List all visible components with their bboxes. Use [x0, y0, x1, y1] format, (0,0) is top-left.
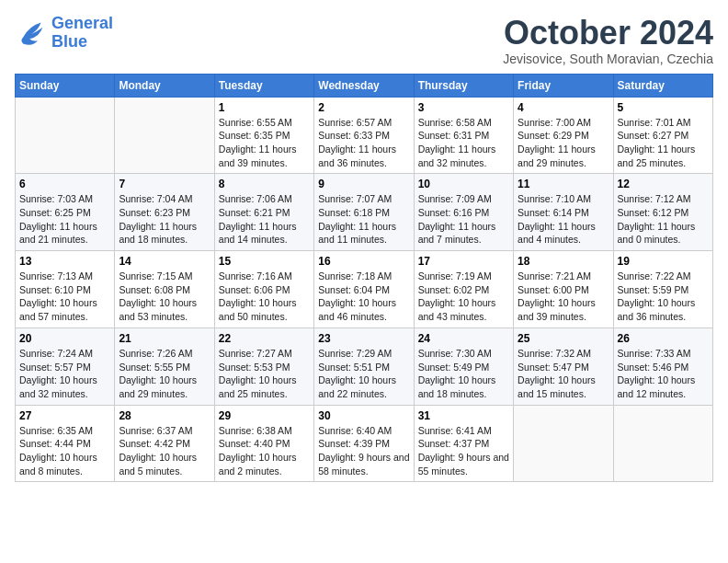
day-info: Sunrise: 7:00 AM Sunset: 6:29 PM Dayligh… — [518, 116, 609, 170]
day-info: Sunrise: 7:27 AM Sunset: 5:53 PM Dayligh… — [219, 347, 310, 401]
day-info: Sunrise: 7:30 AM Sunset: 5:49 PM Dayligh… — [418, 347, 509, 401]
calendar-cell: 9Sunrise: 7:07 AM Sunset: 6:18 PM Daylig… — [314, 174, 414, 251]
day-number: 2 — [318, 101, 409, 114]
calendar-table: SundayMondayTuesdayWednesdayThursdayFrid… — [15, 74, 713, 483]
calendar-cell: 11Sunrise: 7:10 AM Sunset: 6:14 PM Dayli… — [514, 174, 613, 251]
calendar-cell: 13Sunrise: 7:13 AM Sunset: 6:10 PM Dayli… — [16, 251, 115, 328]
calendar-cell: 21Sunrise: 7:26 AM Sunset: 5:55 PM Dayli… — [115, 327, 214, 405]
calendar-cell: 3Sunrise: 6:58 AM Sunset: 6:31 PM Daylig… — [414, 97, 513, 174]
logo-text: General Blue — [51, 15, 113, 52]
day-number: 1 — [219, 101, 310, 114]
day-info: Sunrise: 7:22 AM Sunset: 5:59 PM Dayligh… — [618, 270, 709, 324]
day-info: Sunrise: 6:57 AM Sunset: 6:33 PM Dayligh… — [318, 116, 409, 170]
logo: General Blue — [15, 15, 113, 52]
day-info: Sunrise: 7:33 AM Sunset: 5:46 PM Dayligh… — [618, 347, 709, 401]
day-info: Sunrise: 7:01 AM Sunset: 6:27 PM Dayligh… — [618, 116, 709, 170]
day-number: 26 — [618, 332, 709, 345]
calendar-cell — [115, 97, 214, 174]
day-number: 25 — [518, 332, 609, 345]
calendar-cell: 27Sunrise: 6:35 AM Sunset: 4:44 PM Dayli… — [16, 405, 115, 482]
day-number: 24 — [418, 332, 509, 345]
calendar-cell: 22Sunrise: 7:27 AM Sunset: 5:53 PM Dayli… — [214, 327, 313, 405]
day-info: Sunrise: 6:35 AM Sunset: 4:44 PM Dayligh… — [19, 424, 110, 478]
weekday-header: Monday — [115, 74, 214, 97]
day-number: 28 — [119, 409, 210, 422]
day-number: 14 — [119, 255, 210, 268]
weekday-header: Thursday — [414, 74, 513, 97]
weekday-header-row: SundayMondayTuesdayWednesdayThursdayFrid… — [16, 74, 713, 97]
calendar-cell: 4Sunrise: 7:00 AM Sunset: 6:29 PM Daylig… — [514, 97, 613, 174]
title-area: October 2024 Jevisovice, South Moravian,… — [503, 15, 713, 66]
day-number: 19 — [618, 255, 709, 268]
logo-line1: General — [51, 14, 113, 32]
calendar-week-row: 1Sunrise: 6:55 AM Sunset: 6:35 PM Daylig… — [16, 97, 713, 174]
day-number: 6 — [19, 178, 110, 190]
day-number: 12 — [618, 178, 709, 190]
calendar-cell: 19Sunrise: 7:22 AM Sunset: 5:59 PM Dayli… — [613, 251, 712, 328]
day-number: 20 — [19, 332, 110, 345]
logo-line2: Blue — [51, 33, 113, 52]
day-number: 4 — [518, 101, 609, 114]
day-info: Sunrise: 6:55 AM Sunset: 6:35 PM Dayligh… — [219, 116, 310, 170]
calendar-week-row: 13Sunrise: 7:13 AM Sunset: 6:10 PM Dayli… — [16, 251, 713, 328]
calendar-cell: 2Sunrise: 6:57 AM Sunset: 6:33 PM Daylig… — [314, 97, 414, 174]
day-info: Sunrise: 6:38 AM Sunset: 4:40 PM Dayligh… — [219, 424, 310, 478]
day-number: 11 — [518, 178, 609, 190]
month-title: October 2024 — [503, 15, 713, 52]
calendar-cell: 10Sunrise: 7:09 AM Sunset: 6:16 PM Dayli… — [414, 174, 513, 251]
calendar-cell: 29Sunrise: 6:38 AM Sunset: 4:40 PM Dayli… — [214, 405, 313, 482]
calendar-cell: 26Sunrise: 7:33 AM Sunset: 5:46 PM Dayli… — [613, 327, 712, 405]
day-number: 3 — [418, 101, 509, 114]
day-info: Sunrise: 7:06 AM Sunset: 6:21 PM Dayligh… — [219, 192, 310, 247]
day-number: 23 — [318, 332, 409, 345]
calendar-cell: 30Sunrise: 6:40 AM Sunset: 4:39 PM Dayli… — [314, 405, 414, 482]
day-number: 17 — [418, 255, 509, 268]
day-number: 13 — [19, 255, 110, 268]
calendar-cell — [514, 405, 613, 482]
day-number: 7 — [119, 178, 210, 190]
day-number: 29 — [219, 409, 310, 422]
calendar-cell: 20Sunrise: 7:24 AM Sunset: 5:57 PM Dayli… — [16, 327, 115, 405]
calendar-cell: 12Sunrise: 7:12 AM Sunset: 6:12 PM Dayli… — [613, 174, 712, 251]
calendar-cell: 8Sunrise: 7:06 AM Sunset: 6:21 PM Daylig… — [214, 174, 313, 251]
calendar-week-row: 6Sunrise: 7:03 AM Sunset: 6:25 PM Daylig… — [16, 174, 713, 251]
location: Jevisovice, South Moravian, Czechia — [503, 52, 713, 66]
day-number: 30 — [318, 409, 409, 422]
day-number: 22 — [219, 332, 310, 345]
day-info: Sunrise: 7:26 AM Sunset: 5:55 PM Dayligh… — [119, 347, 210, 401]
day-number: 18 — [518, 255, 609, 268]
calendar-cell: 28Sunrise: 6:37 AM Sunset: 4:42 PM Dayli… — [115, 405, 214, 482]
day-info: Sunrise: 7:24 AM Sunset: 5:57 PM Dayligh… — [19, 347, 110, 401]
day-info: Sunrise: 7:19 AM Sunset: 6:02 PM Dayligh… — [418, 270, 509, 324]
day-number: 16 — [318, 255, 409, 268]
day-info: Sunrise: 7:18 AM Sunset: 6:04 PM Dayligh… — [318, 270, 409, 324]
calendar-week-row: 20Sunrise: 7:24 AM Sunset: 5:57 PM Dayli… — [16, 327, 713, 405]
day-number: 27 — [19, 409, 110, 422]
day-info: Sunrise: 6:58 AM Sunset: 6:31 PM Dayligh… — [418, 116, 509, 170]
day-number: 31 — [418, 409, 509, 422]
day-info: Sunrise: 7:21 AM Sunset: 6:00 PM Dayligh… — [518, 270, 609, 324]
day-info: Sunrise: 7:09 AM Sunset: 6:16 PM Dayligh… — [418, 192, 509, 247]
day-info: Sunrise: 6:37 AM Sunset: 4:42 PM Dayligh… — [119, 424, 210, 478]
calendar-cell: 23Sunrise: 7:29 AM Sunset: 5:51 PM Dayli… — [314, 327, 414, 405]
weekday-header: Tuesday — [214, 74, 313, 97]
day-info: Sunrise: 7:07 AM Sunset: 6:18 PM Dayligh… — [318, 192, 409, 247]
weekday-header: Saturday — [613, 74, 712, 97]
calendar-cell: 6Sunrise: 7:03 AM Sunset: 6:25 PM Daylig… — [16, 174, 115, 251]
day-info: Sunrise: 7:04 AM Sunset: 6:23 PM Dayligh… — [119, 192, 210, 247]
calendar-cell: 1Sunrise: 6:55 AM Sunset: 6:35 PM Daylig… — [214, 97, 313, 174]
page-header: General Blue October 2024 Jevisovice, So… — [15, 15, 713, 66]
calendar-cell: 25Sunrise: 7:32 AM Sunset: 5:47 PM Dayli… — [514, 327, 613, 405]
calendar-cell: 16Sunrise: 7:18 AM Sunset: 6:04 PM Dayli… — [314, 251, 414, 328]
day-info: Sunrise: 6:41 AM Sunset: 4:37 PM Dayligh… — [418, 424, 509, 478]
calendar-cell: 17Sunrise: 7:19 AM Sunset: 6:02 PM Dayli… — [414, 251, 513, 328]
day-number: 5 — [618, 101, 709, 114]
calendar-cell: 5Sunrise: 7:01 AM Sunset: 6:27 PM Daylig… — [613, 97, 712, 174]
day-info: Sunrise: 6:40 AM Sunset: 4:39 PM Dayligh… — [318, 424, 409, 478]
day-info: Sunrise: 7:15 AM Sunset: 6:08 PM Dayligh… — [119, 270, 210, 324]
calendar-week-row: 27Sunrise: 6:35 AM Sunset: 4:44 PM Dayli… — [16, 405, 713, 482]
day-info: Sunrise: 7:32 AM Sunset: 5:47 PM Dayligh… — [518, 347, 609, 401]
logo-bird-icon — [15, 19, 48, 47]
day-number: 10 — [418, 178, 509, 190]
day-info: Sunrise: 7:16 AM Sunset: 6:06 PM Dayligh… — [219, 270, 310, 324]
